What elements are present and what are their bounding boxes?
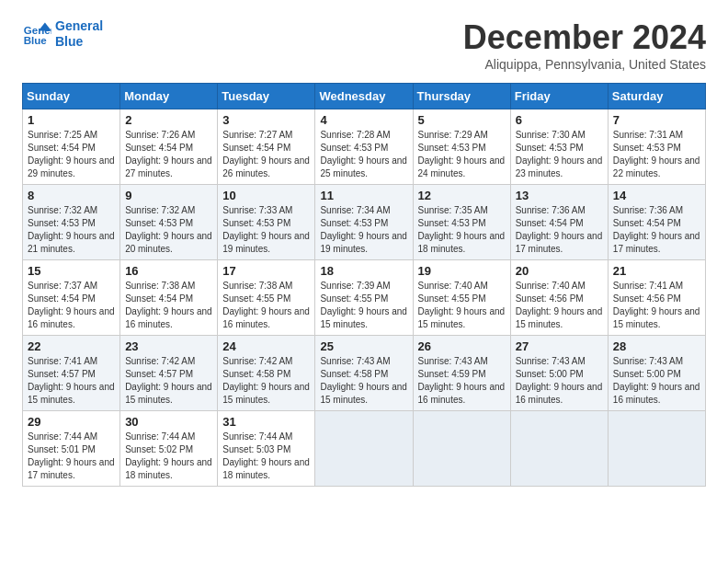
calendar-cell: 4Sunrise: 7:28 AM Sunset: 4:53 PM Daylig… xyxy=(315,109,413,185)
week-row-2: 8Sunrise: 7:32 AM Sunset: 4:53 PM Daylig… xyxy=(23,185,706,260)
day-detail: Sunrise: 7:44 AM Sunset: 5:03 PM Dayligh… xyxy=(222,431,310,482)
day-number: 6 xyxy=(516,113,603,127)
day-number: 4 xyxy=(320,113,407,127)
column-headers: SundayMondayTuesdayWednesdayThursdayFrid… xyxy=(23,84,706,109)
calendar-table: SundayMondayTuesdayWednesdayThursdayFrid… xyxy=(22,83,706,487)
calendar-body: 1Sunrise: 7:25 AM Sunset: 4:54 PM Daylig… xyxy=(23,109,706,487)
day-number: 8 xyxy=(28,189,115,202)
calendar-cell: 5Sunrise: 7:29 AM Sunset: 4:53 PM Daylig… xyxy=(413,109,510,185)
calendar-cell: 12Sunrise: 7:35 AM Sunset: 4:53 PM Dayli… xyxy=(413,185,510,260)
day-number: 27 xyxy=(516,339,603,353)
day-detail: Sunrise: 7:37 AM Sunset: 4:54 PM Dayligh… xyxy=(28,280,115,331)
day-detail: Sunrise: 7:38 AM Sunset: 4:55 PM Dayligh… xyxy=(222,280,310,331)
day-number: 2 xyxy=(125,113,212,127)
calendar-cell: 17Sunrise: 7:38 AM Sunset: 4:55 PM Dayli… xyxy=(218,260,315,336)
calendar-cell: 6Sunrise: 7:30 AM Sunset: 4:53 PM Daylig… xyxy=(510,109,608,185)
calendar-subtitle: Aliquippa, Pennsylvania, United States xyxy=(463,57,706,72)
col-header-sunday: Sunday xyxy=(23,84,120,109)
day-detail: Sunrise: 7:25 AM Sunset: 4:54 PM Dayligh… xyxy=(28,129,115,180)
calendar-cell: 21Sunrise: 7:41 AM Sunset: 4:56 PM Dayli… xyxy=(608,260,705,336)
calendar-cell: 27Sunrise: 7:43 AM Sunset: 5:00 PM Dayli… xyxy=(510,336,608,411)
calendar-cell: 2Sunrise: 7:26 AM Sunset: 4:54 PM Daylig… xyxy=(120,109,218,185)
day-detail: Sunrise: 7:29 AM Sunset: 4:53 PM Dayligh… xyxy=(418,129,506,180)
header: General Blue General Blue December 2024 … xyxy=(22,18,706,72)
day-number: 26 xyxy=(418,339,506,353)
col-header-thursday: Thursday xyxy=(413,84,510,109)
calendar-cell: 19Sunrise: 7:40 AM Sunset: 4:55 PM Dayli… xyxy=(413,260,510,336)
day-detail: Sunrise: 7:34 AM Sunset: 4:53 PM Dayligh… xyxy=(320,204,407,256)
day-number: 12 xyxy=(418,189,506,202)
day-number: 20 xyxy=(516,264,603,278)
day-number: 31 xyxy=(222,415,310,429)
calendar-cell: 8Sunrise: 7:32 AM Sunset: 4:53 PM Daylig… xyxy=(23,185,120,260)
day-number: 17 xyxy=(222,264,310,278)
col-header-tuesday: Tuesday xyxy=(218,84,315,109)
calendar-cell: 24Sunrise: 7:42 AM Sunset: 4:58 PM Dayli… xyxy=(218,336,315,411)
col-header-saturday: Saturday xyxy=(608,84,705,109)
day-detail: Sunrise: 7:41 AM Sunset: 4:56 PM Dayligh… xyxy=(613,280,700,331)
calendar-cell: 15Sunrise: 7:37 AM Sunset: 4:54 PM Dayli… xyxy=(23,260,120,336)
day-detail: Sunrise: 7:32 AM Sunset: 4:53 PM Dayligh… xyxy=(28,204,115,256)
col-header-monday: Monday xyxy=(120,84,218,109)
calendar-cell: 3Sunrise: 7:27 AM Sunset: 4:54 PM Daylig… xyxy=(218,109,315,185)
day-detail: Sunrise: 7:41 AM Sunset: 4:57 PM Dayligh… xyxy=(28,355,115,407)
calendar-cell: 7Sunrise: 7:31 AM Sunset: 4:53 PM Daylig… xyxy=(608,109,705,185)
svg-text:Blue: Blue xyxy=(24,34,48,45)
col-header-friday: Friday xyxy=(510,84,608,109)
day-detail: Sunrise: 7:43 AM Sunset: 5:00 PM Dayligh… xyxy=(516,355,603,407)
day-detail: Sunrise: 7:31 AM Sunset: 4:53 PM Dayligh… xyxy=(613,129,700,180)
day-detail: Sunrise: 7:28 AM Sunset: 4:53 PM Dayligh… xyxy=(320,129,407,180)
day-number: 3 xyxy=(222,113,310,127)
day-detail: Sunrise: 7:32 AM Sunset: 4:53 PM Dayligh… xyxy=(125,204,212,256)
day-detail: Sunrise: 7:30 AM Sunset: 4:53 PM Dayligh… xyxy=(516,129,603,180)
day-number: 19 xyxy=(418,264,506,278)
col-header-wednesday: Wednesday xyxy=(315,84,413,109)
day-number: 11 xyxy=(320,189,407,202)
calendar-cell xyxy=(413,411,510,487)
day-number: 28 xyxy=(613,339,700,353)
title-section: December 2024 Aliquippa, Pennsylvania, U… xyxy=(463,18,706,72)
day-number: 5 xyxy=(418,113,506,127)
calendar-cell xyxy=(608,411,705,487)
logo: General Blue General Blue xyxy=(22,18,103,50)
day-number: 29 xyxy=(28,415,115,429)
day-number: 25 xyxy=(320,339,407,353)
day-number: 10 xyxy=(222,189,310,202)
logo-icon: General Blue xyxy=(22,19,51,49)
day-detail: Sunrise: 7:43 AM Sunset: 4:59 PM Dayligh… xyxy=(418,355,506,407)
day-number: 7 xyxy=(613,113,700,127)
day-number: 21 xyxy=(613,264,700,278)
day-number: 18 xyxy=(320,264,407,278)
day-detail: Sunrise: 7:42 AM Sunset: 4:57 PM Dayligh… xyxy=(125,355,212,407)
calendar-cell: 23Sunrise: 7:42 AM Sunset: 4:57 PM Dayli… xyxy=(120,336,218,411)
day-detail: Sunrise: 7:44 AM Sunset: 5:01 PM Dayligh… xyxy=(28,431,115,482)
calendar-cell: 18Sunrise: 7:39 AM Sunset: 4:55 PM Dayli… xyxy=(315,260,413,336)
calendar-cell: 1Sunrise: 7:25 AM Sunset: 4:54 PM Daylig… xyxy=(23,109,120,185)
week-row-3: 15Sunrise: 7:37 AM Sunset: 4:54 PM Dayli… xyxy=(23,260,706,336)
day-number: 30 xyxy=(125,415,212,429)
day-detail: Sunrise: 7:44 AM Sunset: 5:02 PM Dayligh… xyxy=(125,431,212,482)
calendar-cell xyxy=(510,411,608,487)
calendar-cell: 11Sunrise: 7:34 AM Sunset: 4:53 PM Dayli… xyxy=(315,185,413,260)
day-number: 9 xyxy=(125,189,212,202)
day-number: 16 xyxy=(125,264,212,278)
logo-line1: General xyxy=(55,18,103,34)
day-detail: Sunrise: 7:38 AM Sunset: 4:54 PM Dayligh… xyxy=(125,280,212,331)
calendar-cell: 29Sunrise: 7:44 AM Sunset: 5:01 PM Dayli… xyxy=(23,411,120,487)
calendar-cell: 22Sunrise: 7:41 AM Sunset: 4:57 PM Dayli… xyxy=(23,336,120,411)
calendar-cell: 26Sunrise: 7:43 AM Sunset: 4:59 PM Dayli… xyxy=(413,336,510,411)
day-detail: Sunrise: 7:36 AM Sunset: 4:54 PM Dayligh… xyxy=(516,204,603,256)
day-number: 14 xyxy=(613,189,700,202)
day-detail: Sunrise: 7:40 AM Sunset: 4:55 PM Dayligh… xyxy=(418,280,506,331)
calendar-cell xyxy=(315,411,413,487)
calendar-cell: 16Sunrise: 7:38 AM Sunset: 4:54 PM Dayli… xyxy=(120,260,218,336)
day-detail: Sunrise: 7:43 AM Sunset: 5:00 PM Dayligh… xyxy=(613,355,700,407)
day-detail: Sunrise: 7:40 AM Sunset: 4:56 PM Dayligh… xyxy=(516,280,603,331)
week-row-4: 22Sunrise: 7:41 AM Sunset: 4:57 PM Dayli… xyxy=(23,336,706,411)
calendar-cell: 20Sunrise: 7:40 AM Sunset: 4:56 PM Dayli… xyxy=(510,260,608,336)
calendar-cell: 13Sunrise: 7:36 AM Sunset: 4:54 PM Dayli… xyxy=(510,185,608,260)
day-number: 13 xyxy=(516,189,603,202)
calendar-cell: 28Sunrise: 7:43 AM Sunset: 5:00 PM Dayli… xyxy=(608,336,705,411)
day-detail: Sunrise: 7:39 AM Sunset: 4:55 PM Dayligh… xyxy=(320,280,407,331)
day-number: 23 xyxy=(125,339,212,353)
